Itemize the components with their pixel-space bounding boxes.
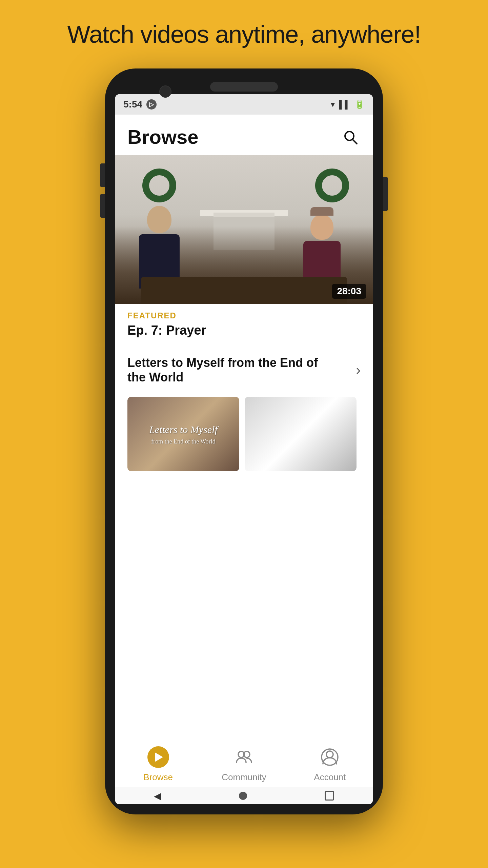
thumb-1-subtitle: from the End of the World bbox=[151, 438, 216, 445]
status-left: 5:54 ▷ bbox=[123, 99, 157, 110]
account-icon-wrap bbox=[318, 745, 342, 769]
battery-icon: 🔋 bbox=[354, 100, 365, 109]
thumb-1-title: Letters to Myself bbox=[149, 423, 218, 436]
series-section[interactable]: Letters to Myself from the End of the Wo… bbox=[115, 342, 373, 390]
thumb-1-overlay: Letters to Myself from the End of the Wo… bbox=[127, 397, 239, 471]
person-right bbox=[298, 206, 346, 287]
browse-label: Browse bbox=[143, 772, 173, 783]
svg-point-4 bbox=[326, 751, 333, 758]
community-icon bbox=[235, 748, 253, 767]
video-thumbnail: 28:03 bbox=[115, 155, 373, 304]
video-duration: 28:03 bbox=[332, 284, 366, 299]
video-thumb-1[interactable]: Letters to Myself from the End of the Wo… bbox=[127, 397, 239, 471]
person-right-head bbox=[310, 214, 333, 240]
phone-screen: 5:54 ▷ ▾ ▌▌ 🔋 Browse bbox=[115, 94, 373, 804]
account-label: Account bbox=[314, 772, 346, 783]
account-icon bbox=[320, 748, 339, 767]
system-nav-bar: ◀ bbox=[115, 787, 373, 804]
volume-down-button bbox=[100, 194, 105, 218]
home-button[interactable] bbox=[239, 792, 247, 800]
person-right-hair bbox=[310, 207, 333, 216]
recents-button[interactable] bbox=[325, 791, 334, 801]
status-app-icon: ▷ bbox=[146, 99, 157, 110]
table-surface bbox=[141, 277, 347, 304]
nav-item-community[interactable]: Community bbox=[201, 745, 287, 783]
wreath-left bbox=[142, 169, 176, 202]
featured-title: Ep. 7: Prayer bbox=[127, 323, 361, 338]
phone-speaker bbox=[210, 82, 278, 92]
nav-item-browse[interactable]: Browse bbox=[115, 745, 201, 783]
series-arrow-icon: › bbox=[356, 362, 361, 378]
wreath-right bbox=[315, 169, 349, 202]
room-scene bbox=[115, 155, 373, 304]
featured-label: FEATURED bbox=[127, 311, 361, 320]
video-thumb-2[interactable] bbox=[245, 397, 357, 471]
wifi-icon: ▾ bbox=[331, 100, 335, 109]
app-content[interactable]: 28:03 FEATURED Ep. 7: Prayer Letters to … bbox=[115, 155, 373, 740]
svg-line-1 bbox=[352, 139, 357, 144]
signal-icon: ▌▌ bbox=[339, 100, 350, 109]
series-title: Letters to Myself from the End of the Wo… bbox=[127, 355, 338, 384]
page-title: Browse bbox=[127, 125, 199, 148]
volume-up-button bbox=[100, 163, 105, 187]
nav-item-account[interactable]: Account bbox=[287, 745, 373, 783]
front-camera bbox=[159, 85, 171, 98]
page-tagline: Watch videos anytime, anywhere! bbox=[67, 20, 421, 48]
search-button[interactable] bbox=[340, 127, 361, 147]
browse-play-icon bbox=[147, 746, 169, 768]
phone-device: 5:54 ▷ ▾ ▌▌ 🔋 Browse bbox=[105, 68, 383, 814]
status-bar: 5:54 ▷ ▾ ▌▌ 🔋 bbox=[115, 94, 373, 115]
series-header[interactable]: Letters to Myself from the End of the Wo… bbox=[127, 355, 361, 384]
video-row: Letters to Myself from the End of the Wo… bbox=[115, 390, 373, 478]
app-header: Browse bbox=[115, 115, 373, 155]
person-left-head bbox=[147, 206, 171, 233]
featured-info: FEATURED Ep. 7: Prayer bbox=[115, 304, 373, 342]
community-label: Community bbox=[222, 772, 266, 783]
back-button[interactable]: ◀ bbox=[154, 790, 161, 802]
person-left bbox=[136, 206, 183, 287]
power-button bbox=[383, 177, 388, 211]
browse-icon-wrap bbox=[146, 745, 170, 769]
status-right: ▾ ▌▌ 🔋 bbox=[331, 100, 365, 109]
featured-card[interactable]: 28:03 FEATURED Ep. 7: Prayer bbox=[115, 155, 373, 342]
status-time: 5:54 bbox=[123, 99, 142, 110]
bottom-nav: Browse Community bbox=[115, 740, 373, 787]
community-icon-wrap bbox=[232, 745, 256, 769]
